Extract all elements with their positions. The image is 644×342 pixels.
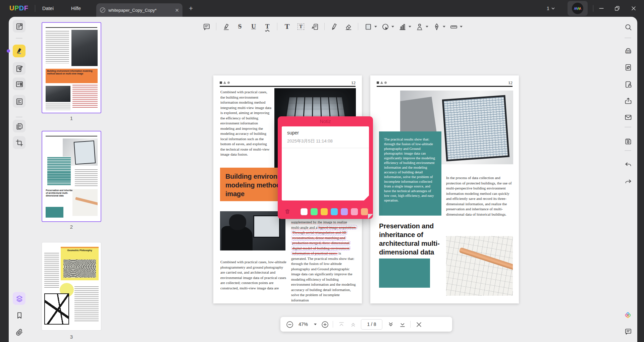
underline-tool[interactable]: U	[248, 20, 259, 33]
email-button[interactable]	[622, 111, 634, 123]
page-thumbnail-1[interactable]: Building environment information modelin…	[42, 22, 101, 113]
ocr-button[interactable]: OCR	[622, 45, 634, 57]
document-page-right[interactable]: 12 The practical results show that: thro…	[370, 75, 519, 303]
new-tab-button[interactable]: +	[189, 4, 193, 12]
paperclip-icon	[15, 328, 23, 336]
rail-divider	[16, 38, 22, 39]
account-avatar[interactable]	[568, 1, 588, 16]
zoom-in-button[interactable]	[321, 321, 328, 328]
text-comment-tool[interactable]: T	[281, 20, 293, 33]
note-input-area[interactable]	[282, 148, 369, 201]
rectangle-tool-dropdown[interactable]	[362, 20, 377, 33]
note-color-swatch-green[interactable]	[311, 208, 318, 215]
sidebar-item-reader[interactable]	[13, 20, 25, 33]
highlight-tool[interactable]	[220, 20, 232, 33]
pencil-tool[interactable]	[329, 20, 340, 33]
zoom-out-button[interactable]	[286, 321, 293, 328]
sidebar-item-bookmarks[interactable]	[13, 309, 25, 322]
sidebar-item-attachments[interactable]	[13, 326, 25, 338]
note-color-swatch-cyan[interactable]	[331, 208, 338, 215]
sidebar-item-crop[interactable]	[13, 136, 25, 149]
undo-icon	[624, 161, 632, 169]
page-header: 12	[220, 80, 356, 85]
bar-divider	[333, 321, 333, 328]
document-tab[interactable]: whitepaper_Copy_Copy* ✕	[96, 3, 182, 17]
paragraph: Combined with practical cases, low-altit…	[220, 260, 287, 291]
sidebar-item-comment[interactable]	[13, 45, 25, 57]
toolbar-divider	[324, 23, 325, 30]
sidebar-item-forms[interactable]	[13, 77, 25, 90]
text-box-tool[interactable]: T	[295, 20, 307, 33]
sticky-note-tool[interactable]	[201, 20, 212, 33]
note-color-swatch-peach[interactable]	[361, 208, 368, 215]
menu-hilfe[interactable]: Hilfe	[66, 0, 86, 17]
updf-ai-button[interactable]	[622, 309, 634, 321]
convert-icon	[624, 63, 632, 71]
signature-tool[interactable]	[431, 20, 442, 33]
page-thumbnail-2[interactable]: Preservation and inheritance of architec…	[42, 131, 101, 222]
menu-datei[interactable]: Datei	[38, 0, 58, 17]
jump-to-top-button[interactable]	[337, 321, 345, 328]
sidebar-item-organize-pages[interactable]	[13, 120, 25, 132]
squiggly-underline-tool[interactable]: T	[262, 20, 273, 33]
stamp-tool-dropdown[interactable]	[414, 20, 428, 33]
note-color-swatch-yellow[interactable]	[321, 208, 328, 215]
sidebar-item-ai-assistant[interactable]	[13, 292, 25, 305]
text-glyph: T	[285, 22, 290, 31]
eraser-tool[interactable]	[342, 20, 354, 33]
thumbnail-label: 2	[42, 224, 101, 230]
close-icon	[631, 5, 637, 11]
double-chevron-up-button[interactable]	[349, 321, 357, 328]
shape-tool[interactable]	[379, 20, 391, 33]
delete-note-button[interactable]	[284, 209, 290, 215]
rail-divider	[625, 150, 631, 151]
undo-button[interactable]	[622, 159, 634, 171]
page-thumbnail-3[interactable]: Geometric Philosophy	[42, 242, 101, 331]
shape-tool-dropdown[interactable]	[379, 20, 394, 33]
share-button[interactable]	[622, 95, 634, 107]
callout-tool[interactable]	[309, 20, 320, 33]
header-shapes	[220, 81, 230, 84]
chart-tool-dropdown[interactable]	[396, 20, 411, 33]
close-bar-button[interactable]	[415, 321, 422, 328]
minimize-button[interactable]	[595, 0, 608, 17]
search-button[interactable]	[622, 21, 634, 33]
rectangle-tool[interactable]	[362, 20, 374, 33]
svg-text:OCR: OCR	[626, 51, 630, 53]
strikethrough-glyph: S	[238, 23, 242, 30]
convert-button[interactable]	[622, 61, 634, 73]
zoom-dropdown-button[interactable]	[314, 324, 317, 325]
redo-button[interactable]	[622, 176, 634, 188]
protect-button[interactable]	[622, 78, 634, 90]
close-window-button[interactable]	[627, 0, 640, 17]
search-icon	[624, 23, 632, 31]
tab-close-icon[interactable]: ✕	[175, 8, 179, 13]
save-button[interactable]	[622, 135, 634, 147]
note-author: super	[287, 130, 299, 135]
jump-to-bottom-button[interactable]	[398, 321, 406, 328]
note-color-swatch-white[interactable]	[301, 208, 308, 215]
sidebar-item-edit[interactable]	[13, 62, 25, 75]
window-count-dropdown[interactable]: 1	[547, 0, 555, 17]
note-color-swatch-purple[interactable]	[341, 208, 348, 215]
restore-button[interactable]	[610, 0, 624, 17]
note-color-swatch-pink[interactable]	[351, 208, 358, 215]
strikethrough-annotation[interactable]: ligned image acquisition. Through aerial…	[291, 225, 357, 256]
signature-tool-dropdown[interactable]	[431, 20, 445, 33]
stamp-tool[interactable]	[414, 20, 425, 33]
page-number: 12	[351, 80, 356, 86]
sticky-note-popup[interactable]: Notiz super 2025年3月5日 11:14:08	[278, 116, 373, 219]
pen-disabled-icon	[100, 7, 106, 13]
chart-tool[interactable]	[396, 20, 408, 33]
comment-list-button[interactable]	[622, 325, 634, 337]
sidebar-item-sign[interactable]	[13, 95, 25, 108]
page-indicator-input[interactable]: 1 / 8	[361, 319, 382, 330]
section-heading: Preservation and inheritance of architec…	[379, 222, 446, 256]
updf-app-window: UPDF Datei Hilfe whitepaper_Copy_Copy* ✕…	[0, 0, 644, 342]
measure-tool-dropdown[interactable]	[448, 20, 463, 33]
strikethrough-tool[interactable]: S	[234, 20, 246, 33]
redo-icon	[624, 178, 632, 186]
measure-tool[interactable]	[448, 20, 459, 33]
teal-accent-rect	[379, 259, 430, 288]
double-chevron-down-button[interactable]	[387, 321, 394, 328]
